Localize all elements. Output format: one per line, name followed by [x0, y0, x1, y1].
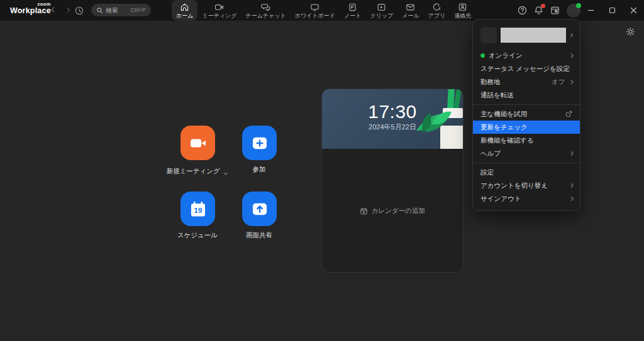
titlebar-right-icons — [515, 0, 580, 21]
tab-clips[interactable]: クリップ — [365, 0, 397, 21]
video-camera-icon — [214, 3, 224, 12]
close-button[interactable] — [623, 0, 644, 21]
chevron-right-icon — [569, 197, 573, 200]
titlebar: zoom Workplace Ctrl+F ホーム — [0, 0, 644, 21]
logo-text-workplace: Workplace — [10, 7, 51, 16]
schedule-calendar-icon: 19 — [189, 200, 208, 219]
schedule-label: スケジュール — [177, 231, 218, 240]
share-screen-label: 画面共有 — [246, 231, 272, 240]
window-controls — [580, 0, 644, 21]
share-screen-button[interactable] — [242, 192, 277, 226]
clock-time: 17:30 — [368, 102, 417, 122]
search-box[interactable]: Ctrl+F — [91, 4, 151, 16]
tab-home[interactable]: ホーム — [172, 0, 197, 21]
share-screen-label-row: 画面共有 — [215, 231, 303, 240]
user-avatar[interactable] — [567, 4, 580, 18]
chevron-right-icon — [569, 80, 573, 84]
profile-avatar — [480, 27, 497, 43]
menu-item-call-forwarding[interactable]: 通話を転送 — [473, 89, 580, 102]
clip-play-icon — [377, 3, 386, 12]
menu-item-set-status-message[interactable]: ステータス メッセージを設定 — [473, 62, 580, 75]
home-icon — [180, 3, 189, 12]
main-tabs: ホーム ミーティング チームチャット ホワイトボード — [172, 0, 475, 21]
clock-date: 2024年5月22日 — [369, 122, 416, 132]
profile-account-row[interactable] — [473, 26, 580, 49]
clock-calendar-card: 17:30 2024年5月22日 カレンダーの追加 — [321, 89, 464, 273]
menu-item-switch-account[interactable]: アカウントを切り替え — [473, 179, 580, 192]
close-icon — [630, 7, 637, 14]
join-label-row: 参加 — [215, 165, 303, 174]
new-meeting-video-icon — [189, 134, 208, 153]
add-calendar-label: カレンダーの追加 — [372, 207, 425, 215]
maximize-button[interactable] — [601, 0, 623, 21]
share-screen-arrow-icon — [250, 200, 269, 219]
tab-notes[interactable]: ノート — [340, 0, 365, 21]
tab-whiteboard[interactable]: ホワイトボード — [291, 0, 340, 21]
add-calendar-button[interactable]: カレンダーの追加 — [322, 203, 463, 219]
window-panel-icon — [550, 5, 560, 16]
search-icon — [96, 7, 103, 14]
minimize-button[interactable] — [580, 0, 601, 21]
clock-banner: 17:30 2024年5月22日 — [322, 89, 463, 149]
menu-item-status-online[interactable]: オンライン — [473, 49, 580, 62]
forward-button[interactable] — [62, 5, 72, 15]
mail-icon — [406, 3, 415, 12]
chevron-right-icon — [569, 53, 573, 57]
menu-item-help[interactable]: ヘルプ — [473, 147, 580, 160]
external-link-icon — [565, 111, 572, 117]
zoom-workplace-logo: zoom Workplace — [10, 2, 51, 16]
help-button[interactable] — [515, 3, 530, 18]
work-location-value: オフ — [552, 78, 565, 87]
gear-icon — [626, 27, 635, 36]
workspace-panel-button[interactable] — [548, 3, 562, 18]
chevron-left-icon — [52, 8, 57, 13]
schedule-button[interactable]: 19 — [180, 192, 215, 226]
join-label: 参加 — [253, 165, 266, 174]
back-button[interactable] — [49, 5, 59, 15]
chevron-right-icon — [569, 151, 573, 155]
schedule-day-number: 19 — [194, 207, 202, 214]
tab-apps[interactable]: アプリ — [424, 0, 450, 21]
tab-mail[interactable]: メール — [397, 0, 423, 21]
zoom-workplace-window: zoom Workplace Ctrl+F ホーム — [0, 0, 644, 341]
search-shortcut: Ctrl+F — [130, 7, 146, 13]
menu-separator — [473, 104, 580, 105]
join-plus-icon — [250, 134, 269, 153]
help-icon — [517, 5, 528, 16]
search-input[interactable] — [106, 7, 128, 14]
menu-item-check-for-updates[interactable]: 更新をチェック — [473, 121, 580, 134]
menu-item-settings[interactable]: 設定 — [473, 166, 580, 179]
tab-meetings[interactable]: ミーティング — [197, 0, 241, 21]
chat-bubbles-icon — [261, 3, 270, 12]
menu-item-sign-out[interactable]: サインアウト — [473, 192, 580, 205]
profile-dropdown-menu: オンライン ステータス メッセージを設定 勤務地 オフ 通話を転送 主な機能を試… — [472, 19, 580, 211]
menu-separator — [473, 163, 580, 163]
chevron-right-icon — [569, 183, 573, 187]
history-button[interactable] — [74, 5, 85, 16]
menu-item-try-key-features[interactable]: 主な機能を試用 — [473, 107, 580, 121]
join-button[interactable] — [242, 126, 277, 160]
menu-item-work-location[interactable]: 勤務地 オフ — [473, 75, 580, 89]
notification-badge — [541, 4, 545, 8]
menu-item-whats-new[interactable]: 新機能を確認する — [473, 134, 580, 147]
minimize-icon — [587, 7, 594, 14]
tab-contacts[interactable]: 連絡先 — [450, 0, 475, 21]
whiteboard-icon — [310, 3, 319, 12]
new-meeting-button[interactable] — [180, 126, 215, 160]
new-meeting-label: 新規ミーティング — [167, 167, 220, 176]
calendar-add-icon — [360, 207, 368, 215]
chevron-right-icon — [65, 8, 70, 13]
profile-name-redacted — [501, 28, 566, 43]
maximize-icon — [609, 7, 616, 14]
notifications-button[interactable] — [531, 3, 546, 18]
note-icon — [348, 3, 357, 12]
online-status-dot — [480, 53, 485, 58]
history-clock-icon — [74, 6, 84, 16]
contacts-icon — [458, 3, 467, 12]
chevron-right-icon — [569, 33, 573, 37]
home-settings-button[interactable] — [626, 26, 637, 37]
apps-icon — [432, 3, 441, 12]
tab-team-chat[interactable]: チームチャット — [241, 0, 290, 21]
